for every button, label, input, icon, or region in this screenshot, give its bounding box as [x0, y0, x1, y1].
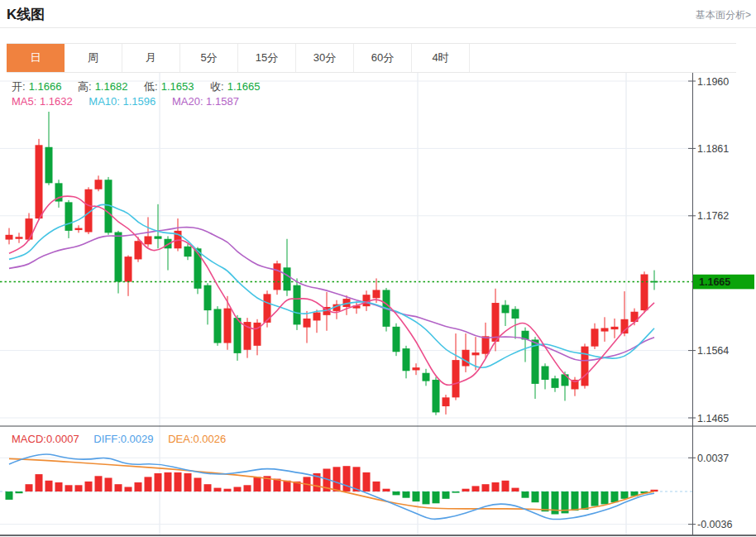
low-label: 低:: [144, 80, 158, 93]
open-value: 1.1666: [29, 80, 62, 93]
svg-text:1.1665: 1.1665: [699, 276, 730, 288]
kline-app: K线图 基本面分析> 日 周 月 5分 15分 30分 60分 4时 开:1.1…: [0, 0, 756, 537]
low-value: 1.1653: [161, 80, 194, 93]
close-label: 收:: [210, 80, 224, 93]
macd-value: MACD:0.0007: [12, 433, 79, 445]
ma5-value: MA5: 1.1632: [12, 95, 73, 108]
svg-text:1.1465: 1.1465: [697, 413, 729, 424]
ma-row: MA5: 1.1632 MA10: 1.1596 MA20: 1.1587: [12, 95, 242, 108]
macd-row: MACD:0.0007 DIFF:0.0029 DEA:0.0026: [12, 433, 229, 445]
svg-text:1.1960: 1.1960: [697, 76, 729, 88]
high-value: 1.1682: [95, 80, 128, 93]
svg-text:-0.0036: -0.0036: [697, 519, 732, 530]
dea-value: DEA:0.0026: [168, 433, 226, 445]
svg-text:0.0037: 0.0037: [697, 453, 729, 464]
ma10-value: MA10: 1.1596: [89, 95, 156, 108]
ohlc-row: 开:1.1666 高:1.1682 低:1.1653 收:1.1665: [12, 79, 273, 94]
high-label: 高:: [78, 80, 92, 93]
diff-value: DIFF:0.0029: [93, 433, 153, 445]
close-value: 1.1665: [227, 80, 261, 93]
svg-text:1.1564: 1.1564: [697, 345, 729, 357]
open-label: 开:: [12, 80, 26, 93]
ma20-value: MA20: 1.1587: [172, 95, 239, 108]
svg-text:1.1762: 1.1762: [697, 210, 729, 222]
svg-text:1.1861: 1.1861: [697, 143, 729, 155]
